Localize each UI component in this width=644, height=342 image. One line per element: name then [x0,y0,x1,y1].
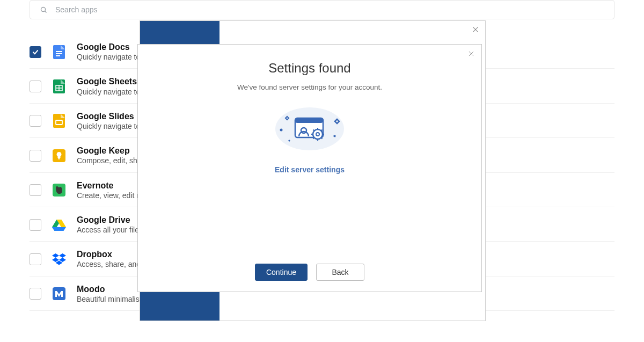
svg-line-38 [321,137,322,139]
svg-marker-18 [59,253,66,258]
svg-point-32 [313,129,323,139]
search-icon [40,6,48,14]
continue-button[interactable]: Continue [255,264,308,281]
svg-marker-16 [52,227,66,231]
checkbox[interactable] [30,253,41,265]
settings-found-dialog: Settings found We've found server settin… [137,44,482,292]
svg-rect-22 [53,287,65,300]
svg-rect-4 [56,53,62,54]
dropbox-icon [52,252,66,266]
svg-rect-30 [295,118,323,123]
svg-rect-10 [53,114,65,128]
checkbox[interactable] [30,288,41,300]
search-bar[interactable] [30,0,614,19]
svg-line-1 [45,11,47,12]
close-icon[interactable] [467,50,475,57]
svg-line-41 [313,130,314,131]
back-button[interactable]: Back [316,264,364,281]
svg-marker-17 [52,253,59,258]
gkeep-icon [52,149,66,163]
gsheets-icon [52,79,66,93]
search-input[interactable] [54,5,604,14]
evernote-icon [52,183,66,197]
dialog-title: Settings found [138,61,481,76]
svg-rect-5 [56,55,60,56]
svg-point-0 [41,7,46,11]
server-settings-illustration-icon [269,103,350,155]
gslides-icon [52,114,66,128]
svg-line-39 [313,137,314,139]
moodo-icon [52,287,66,301]
checkbox[interactable] [30,46,41,58]
dialog-subtitle: We've found server settings for your acc… [138,83,481,91]
gdrive-icon [52,218,66,232]
checkbox[interactable] [30,81,41,92]
checkbox[interactable] [30,150,41,162]
checkbox[interactable] [30,184,41,196]
checkbox[interactable] [30,219,41,231]
svg-rect-3 [56,51,62,52]
close-icon[interactable] [471,25,480,34]
checkbox[interactable] [30,115,41,127]
svg-line-40 [321,130,322,131]
gdocs-icon [52,45,66,59]
edit-server-settings-link[interactable]: Edit server settings [275,165,345,174]
svg-point-28 [280,129,283,132]
